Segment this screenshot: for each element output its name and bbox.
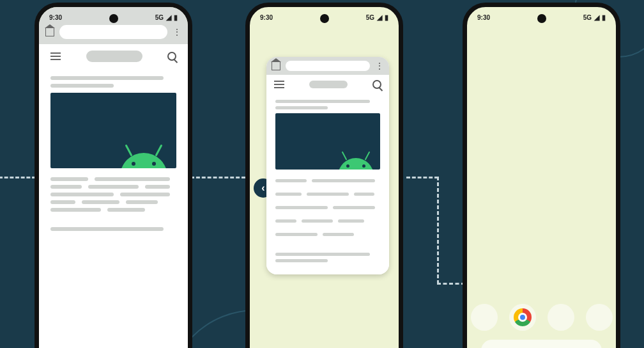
front-camera	[109, 14, 118, 23]
search-icon[interactable]	[167, 52, 176, 61]
status-time: 9:30	[477, 14, 490, 21]
hamburger-icon[interactable]	[50, 51, 61, 62]
hero-image	[275, 113, 380, 170]
hero-image	[50, 93, 176, 168]
flow-connector	[406, 177, 438, 178]
phone-stage-1: 9:30 5G ◢ ▮ ⋮	[34, 3, 192, 348]
page-title-placeholder	[86, 51, 142, 62]
article-content	[39, 68, 188, 239]
home-icon[interactable]	[45, 28, 54, 36]
overflow-menu-icon: ⋮	[375, 61, 384, 70]
status-network: 5G	[366, 14, 374, 21]
page-title-placeholder	[309, 81, 348, 88]
browser-address-bar: ⋮	[39, 25, 188, 44]
predictive-back-preview[interactable]: ⋮	[266, 57, 389, 274]
dock-app-placeholder[interactable]	[471, 304, 498, 331]
overflow-menu-icon[interactable]: ⋮	[172, 28, 181, 36]
page-toolbar	[39, 44, 188, 68]
front-camera	[537, 14, 546, 23]
status-time: 9:30	[260, 14, 273, 21]
phone-stage-3: 9:30 5G ◢ ▮	[463, 3, 620, 348]
status-network: 5G	[583, 14, 592, 21]
flow-connector	[0, 177, 36, 178]
search-icon	[372, 80, 381, 89]
chevron-left-icon: ‹	[261, 182, 264, 194]
flow-connector	[437, 177, 439, 284]
phone-stage-2: 9:30 5G ◢ ▮ ‹ ⋮	[245, 3, 403, 348]
url-field	[286, 61, 370, 71]
battery-icon: ▮	[385, 13, 388, 22]
battery-icon: ▮	[174, 13, 178, 22]
app-dock	[467, 304, 616, 331]
signal-icon: ◢	[594, 13, 599, 22]
article-content	[266, 94, 389, 274]
android-head-icon	[338, 158, 374, 170]
flow-connector	[437, 283, 465, 285]
status-time: 9:30	[49, 14, 62, 21]
hamburger-icon	[274, 79, 284, 90]
chrome-icon	[514, 308, 532, 326]
page-toolbar	[266, 75, 389, 94]
signal-icon: ◢	[166, 13, 171, 22]
signal-icon: ◢	[377, 13, 382, 22]
status-network: 5G	[155, 14, 164, 21]
url-field[interactable]	[59, 25, 167, 39]
dock-app-placeholder[interactable]	[586, 304, 613, 331]
home-icon	[272, 61, 280, 70]
battery-icon: ▮	[602, 13, 606, 22]
home-screen[interactable]	[467, 25, 616, 348]
dock-app-placeholder[interactable]	[548, 304, 574, 331]
front-camera	[320, 14, 329, 23]
flow-connector	[190, 177, 245, 178]
android-head-icon	[120, 153, 167, 168]
dock-app-chrome[interactable]	[509, 304, 536, 331]
search-bar[interactable]	[481, 340, 602, 348]
browser-address-bar: ⋮	[266, 57, 389, 75]
